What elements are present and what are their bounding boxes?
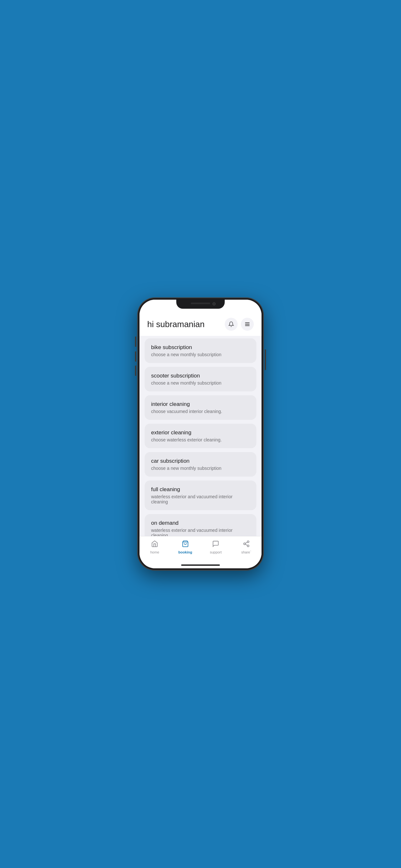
service-card-car-subscription[interactable]: car subscriptionchoose a new monthly sub… xyxy=(145,452,256,476)
phone-screen: hi subramanian xyxy=(140,300,261,568)
notch xyxy=(176,300,225,309)
service-title-full-cleaning: full cleaning xyxy=(151,486,250,493)
home-nav-icon xyxy=(151,540,158,549)
home-nav-label: home xyxy=(150,550,159,554)
menu-button[interactable] xyxy=(241,318,254,331)
support-nav-icon xyxy=(212,540,219,549)
svg-line-7 xyxy=(245,544,247,546)
service-desc-car-subscription: choose a new monthly subscription xyxy=(151,466,250,471)
header-icons xyxy=(225,318,254,331)
svg-point-4 xyxy=(247,541,249,543)
phone-frame: hi subramanian xyxy=(137,298,264,570)
services-list: bike subscriptionchoose a new monthly su… xyxy=(140,336,261,536)
service-title-car-subscription: car subscription xyxy=(151,458,250,464)
service-card-interior-cleaning[interactable]: interior cleaningchoose vacuumed interio… xyxy=(145,395,256,420)
service-title-bike-subscription: bike subscription xyxy=(151,344,250,351)
service-title-interior-cleaning: interior cleaning xyxy=(151,401,250,407)
svg-point-6 xyxy=(247,545,249,547)
service-desc-bike-subscription: choose a new monthly subscription xyxy=(151,352,250,357)
service-desc-full-cleaning: waterless exterior and vacuumed interior… xyxy=(151,494,250,504)
nav-item-home[interactable]: home xyxy=(140,539,170,555)
support-nav-label: support xyxy=(210,550,222,554)
nav-item-support[interactable]: support xyxy=(201,539,231,555)
booking-nav-label: booking xyxy=(178,550,192,554)
svg-point-5 xyxy=(244,543,246,545)
home-bar xyxy=(181,564,220,566)
volume-down-button xyxy=(135,351,136,362)
speaker xyxy=(191,303,210,304)
bell-icon xyxy=(228,321,234,327)
service-title-scooter-subscription: scooter subscription xyxy=(151,373,250,379)
header: hi subramanian xyxy=(140,314,261,336)
service-card-bike-subscription[interactable]: bike subscriptionchoose a new monthly su… xyxy=(145,338,256,363)
nav-item-booking[interactable]: booking xyxy=(170,539,201,555)
bottom-navigation: homebookingsupportshare` xyxy=(140,536,261,562)
service-desc-scooter-subscription: choose a new monthly subscription xyxy=(151,380,250,385)
service-title-exterior-cleaning: exterior cleaning xyxy=(151,430,250,436)
notification-button[interactable] xyxy=(225,318,238,331)
greeting-text: hi subramanian xyxy=(147,319,205,330)
service-card-on-demand[interactable]: on demandwaterless exterior and vacuumed… xyxy=(145,514,256,536)
hamburger-icon xyxy=(244,321,250,327)
svg-line-8 xyxy=(245,542,247,544)
nav-item-share[interactable]: share` xyxy=(231,539,262,555)
share-nav-label: share` xyxy=(241,550,251,554)
share-nav-icon xyxy=(243,540,250,549)
home-indicator xyxy=(140,562,261,568)
volume-up-button xyxy=(135,337,136,347)
service-desc-interior-cleaning: choose vacuumed interior cleaning. xyxy=(151,409,250,414)
service-title-on-demand: on demand xyxy=(151,520,250,526)
camera xyxy=(212,302,216,306)
service-card-full-cleaning[interactable]: full cleaningwaterless exterior and vacu… xyxy=(145,480,256,510)
service-desc-on-demand: waterless exterior and vacuumed interior… xyxy=(151,528,250,536)
booking-nav-icon xyxy=(182,540,189,549)
service-card-scooter-subscription[interactable]: scooter subscriptionchoose a new monthly… xyxy=(145,367,256,392)
silent-switch xyxy=(135,366,136,376)
power-button xyxy=(265,349,266,370)
service-card-exterior-cleaning[interactable]: exterior cleaningchoose waterless exteri… xyxy=(145,424,256,448)
service-desc-exterior-cleaning: choose waterless exterior cleaning. xyxy=(151,437,250,442)
